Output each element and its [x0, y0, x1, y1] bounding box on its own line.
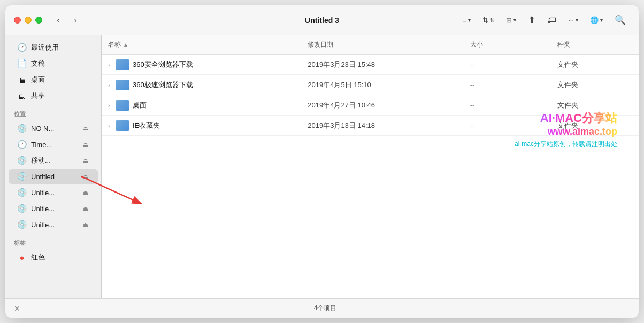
main-content: 🕐 最近使用 📄 文稿 🖥 桌面 🗂 共享 位置 💿 NO N... ⏏ [5, 35, 639, 298]
file-size-col: -- [464, 81, 551, 89]
file-kind-col: 文件夹 [551, 60, 639, 70]
tags-section-label: 标签 [5, 233, 101, 249]
sidebar-item-recents[interactable]: 🕐 最近使用 [9, 40, 98, 55]
col-header-name[interactable]: 名称 ▲ [102, 40, 301, 49]
window-title: Untitled 3 [305, 16, 339, 25]
sidebar-item-label: 桌面 [31, 75, 89, 84]
sidebar-item-label: 移动... [31, 156, 77, 165]
list-options-icon: ≡ [463, 16, 467, 24]
file-header: 名称 ▲ 修改日期 大小 种类 [102, 35, 639, 55]
sidebar-item-label: 最近使用 [31, 43, 89, 52]
titlebar-actions: ≡ ▾ ⇅ ⇅ ⊞ ▾ ⬆ 🏷 ··· ▾ 🌐 ▾ [458, 12, 630, 28]
statusbar-close-icon[interactable]: ✕ [14, 304, 20, 313]
sidebar-item-untitled-selected[interactable]: 💿 Untitled ⏏ [9, 169, 98, 184]
red-tag-icon: ● [17, 253, 27, 262]
table-row[interactable]: › IE收藏夹 2019年3月13日 14:18 -- 文件夹 [102, 116, 639, 136]
file-date-col: 2019年3月13日 14:18 [301, 121, 463, 130]
tag-icon: 🏷 [547, 15, 556, 26]
sidebar-item-documents[interactable]: 📄 文稿 [9, 56, 98, 71]
finder-window: ‹ › Untitled 3 ≡ ▾ ⇅ ⇅ ⊞ ▾ ⬆ 🏷 [5, 5, 639, 318]
network-button[interactable]: 🌐 ▾ [586, 14, 607, 26]
table-row[interactable]: › 360极速浏览器下载 2019年4月5日 15:10 -- 文件夹 [102, 75, 639, 95]
eject-button[interactable]: ⏏ [81, 156, 89, 165]
network-icon: 🌐 [590, 16, 599, 24]
list-options-arrow: ▾ [468, 17, 471, 23]
expand-arrow-icon: › [108, 102, 116, 109]
eject-button[interactable]: ⏏ [81, 204, 89, 213]
back-button[interactable]: ‹ [51, 13, 66, 28]
sidebar-item-time-machine[interactable]: 🕐 Time... ⏏ [9, 137, 98, 152]
nav-buttons: ‹ › [51, 13, 83, 28]
eject-button[interactable]: ⏏ [81, 124, 89, 133]
expand-arrow-icon: › [108, 122, 116, 129]
sort-arrow-icon: ▲ [123, 42, 128, 48]
close-button[interactable] [14, 17, 21, 24]
forward-button[interactable]: › [68, 13, 83, 28]
sidebar-item-no-name[interactable]: 💿 NO N... ⏏ [9, 121, 98, 136]
desktop-icon: 🖥 [17, 75, 27, 84]
more-icon: ··· [568, 16, 574, 24]
tag-button[interactable]: 🏷 [543, 13, 561, 28]
table-row[interactable]: › 360安全浏览器下载 2019年3月23日 15:48 -- 文件夹 [102, 55, 639, 75]
search-icon: 🔍 [615, 14, 626, 26]
locations-section-label: 位置 [5, 104, 101, 120]
sidebar-item-desktop[interactable]: 🖥 桌面 [9, 72, 98, 87]
view-button[interactable]: ⊞ ▾ [502, 14, 520, 26]
search-button[interactable]: 🔍 [610, 12, 630, 28]
share-button[interactable]: ⬆ [524, 12, 540, 28]
table-row[interactable]: › 桌面 2019年4月27日 10:46 -- 文件夹 [102, 95, 639, 116]
disk-icon: 💿 [17, 172, 27, 181]
sidebar-item-red-tag[interactable]: ● 红色 [9, 250, 98, 265]
sidebar-item-shared[interactable]: 🗂 共享 [9, 88, 98, 103]
more-arrow: ▾ [576, 17, 578, 23]
statusbar-count: 4个项目 [20, 304, 630, 313]
file-name-col: › 360极速浏览器下载 [102, 80, 301, 90]
list-options-button[interactable]: ≡ ▾ [458, 14, 476, 26]
eject-button[interactable]: ⏏ [81, 140, 89, 149]
disk-icon: 💿 [17, 124, 27, 133]
share-icon: ⬆ [528, 14, 535, 26]
sidebar-item-label: Untitled [31, 173, 77, 181]
arrange-button[interactable]: ⇅ ⇅ [478, 14, 499, 26]
file-size-col: -- [464, 101, 551, 109]
file-size-col: -- [464, 60, 551, 68]
file-name-col: › 桌面 [102, 100, 301, 111]
eject-button[interactable]: ⏏ [81, 220, 89, 229]
more-button[interactable]: ··· ▾ [564, 14, 582, 26]
arrange-icon: ⇅ [482, 16, 488, 24]
sidebar-item-mobile[interactable]: 💿 移动... ⏏ [9, 153, 98, 168]
shared-icon: 🗂 [17, 91, 27, 101]
sidebar-item-label: Unitle... [31, 189, 77, 197]
sidebar-item-label: Unitle... [31, 221, 77, 229]
folder-icon [116, 100, 129, 111]
disk-icon: 💿 [17, 220, 27, 229]
maximize-button[interactable] [35, 17, 42, 24]
statusbar: ✕ 4个项目 [5, 298, 639, 318]
network-arrow: ▾ [600, 17, 603, 23]
eject-button[interactable]: ⏏ [81, 172, 89, 181]
file-date-col: 2019年4月5日 15:10 [301, 80, 463, 90]
col-header-kind[interactable]: 种类 [551, 40, 639, 49]
sidebar-item-untitled-6[interactable]: 💿 Unitle... ⏏ [9, 217, 98, 232]
file-kind-col: 文件夹 [551, 80, 639, 90]
sidebar: 🕐 最近使用 📄 文稿 🖥 桌面 🗂 共享 位置 💿 NO N... ⏏ [5, 35, 102, 298]
documents-icon: 📄 [17, 59, 27, 68]
sidebar-item-label: 共享 [31, 91, 89, 101]
folder-icon [116, 80, 129, 90]
file-date-col: 2019年4月27日 10:46 [301, 101, 463, 110]
mobile-disk-icon: 💿 [17, 156, 27, 165]
file-name-col: › 360安全浏览器下载 [102, 59, 301, 70]
recents-icon: 🕐 [17, 43, 27, 52]
file-kind-col: 文件夹 [551, 101, 639, 110]
eject-button[interactable]: ⏏ [81, 188, 89, 197]
col-header-size[interactable]: 大小 [464, 40, 551, 49]
folder-icon [116, 120, 129, 131]
col-header-date[interactable]: 修改日期 [301, 40, 463, 49]
view-icon: ⊞ [506, 16, 512, 24]
minimize-button[interactable] [25, 17, 32, 24]
expand-arrow-icon: › [108, 82, 116, 88]
sidebar-item-label: NO N... [31, 125, 77, 133]
sidebar-item-untitled-4[interactable]: 💿 Unitle... ⏏ [9, 185, 98, 200]
file-pane: 名称 ▲ 修改日期 大小 种类 › [102, 35, 639, 298]
sidebar-item-untitled-5[interactable]: 💿 Unitle... ⏏ [9, 201, 98, 216]
